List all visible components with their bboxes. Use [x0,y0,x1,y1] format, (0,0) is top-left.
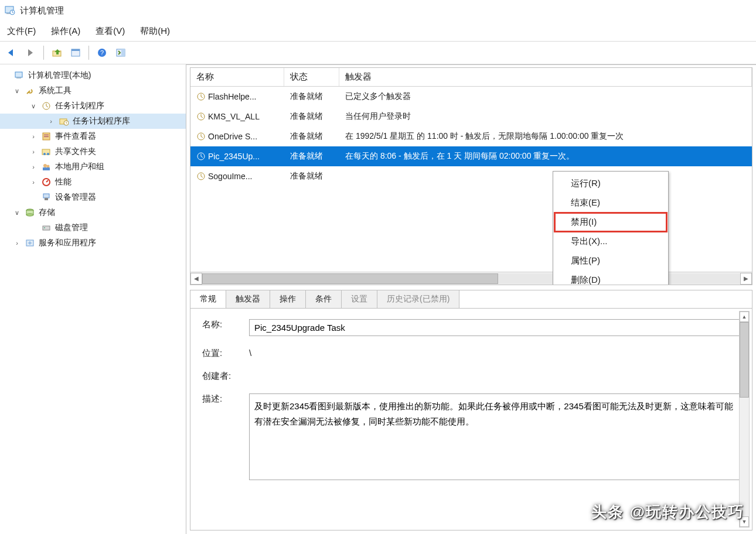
task-name: Pic_2345Up... [208,152,260,161]
tab-settings[interactable]: 设置 [342,290,377,308]
tree-performance[interactable]: › 性能 [0,174,186,190]
menu-action[interactable]: 操作(A) [51,26,80,37]
clock-icon [196,172,206,181]
scroll-right-icon[interactable]: ▶ [740,273,752,285]
tree-event-viewer[interactable]: › 事件查看器 [0,129,186,144]
vertical-scrollbar[interactable]: ▲ ▼ [739,311,750,528]
expand-icon[interactable]: › [29,179,38,186]
services-icon [25,238,35,248]
task-row[interactable]: OneDrive S...准备就绪在 1992/5/1 星期五 的 11:00 … [190,126,752,146]
col-trigger[interactable]: 触发器 [339,68,752,86]
expand-icon[interactable]: › [29,133,38,140]
svg-rect-23 [43,167,50,170]
tab-triggers[interactable]: 触发器 [226,290,270,308]
ctx-export[interactable]: 导出(X)... [554,232,667,251]
tree-shared-folders[interactable]: › 共享文件夹 [0,144,186,159]
expand-icon[interactable]: ∨ [13,209,21,217]
ctx-properties[interactable]: 属性(P) [554,251,667,271]
up-button[interactable] [49,44,65,61]
performance-icon [41,177,52,187]
scrollbar-thumb[interactable] [740,322,749,398]
task-list: 名称 状态 触发器 FlashHelpe...准备就绪已定义多个触发器KMS_V… [190,67,752,285]
computer-icon [14,70,25,81]
textarea-description[interactable] [249,393,740,480]
clock-icon [196,152,206,161]
task-name: SogouIme... [208,172,253,181]
tab-history[interactable]: 历史记录(已禁用) [377,290,459,308]
ctx-run[interactable]: 运行(R) [554,174,667,193]
expand-icon[interactable]: ∨ [13,87,21,95]
tree-services[interactable]: › 服务和应用程序 [0,235,186,251]
task-row[interactable]: Pic_2345Up...准备就绪在每天的 8:06 - 触发后，在 1 天 期… [190,146,752,166]
toolbar-separator [43,46,44,60]
ctx-delete[interactable]: 删除(D) [554,271,667,285]
node-label: 任务计划程序库 [73,116,130,126]
label-creator: 创建者: [202,371,240,382]
menu-file[interactable]: 文件(F) [7,26,36,37]
list-header: 名称 状态 触发器 [190,68,752,87]
task-row[interactable]: KMS_VL_ALL准备就绪当任何用户登录时 [190,107,752,126]
task-trigger [339,174,752,179]
input-name[interactable] [249,319,740,336]
svg-rect-30 [43,226,50,230]
title-bar: 计算机管理 [0,0,756,21]
clock-icon [41,101,52,111]
tools-icon [25,85,35,96]
menu-view[interactable]: 查看(V) [96,26,125,37]
scroll-left-icon[interactable]: ◀ [190,273,202,285]
tree-root[interactable]: 计算机管理(本地) [0,68,186,83]
tree-disk-management[interactable]: 磁盘管理 [0,220,186,235]
toolbar: ? [0,41,756,64]
expand-icon[interactable]: › [47,118,55,125]
tab-general[interactable]: 常规 [190,290,226,308]
tab-actions[interactable]: 操作 [270,290,306,308]
expand-icon[interactable]: › [13,239,21,247]
expand-icon[interactable]: › [29,148,38,155]
context-menu: 运行(R) 结束(E) 禁用(I) 导出(X)... 属性(P) 删除(D) [553,171,669,285]
expand-icon[interactable]: ∨ [29,102,38,110]
svg-rect-5 [71,49,80,51]
tab-conditions[interactable]: 条件 [306,290,342,308]
tree-local-users[interactable]: › 本地用户和组 [0,159,186,174]
node-label: 系统工具 [39,85,71,96]
scroll-up-icon[interactable]: ▲ [740,312,749,322]
node-label: 存储 [39,207,55,218]
svg-rect-16 [44,135,49,135]
tree-device-manager[interactable]: 设备管理器 [0,190,186,205]
ctx-end[interactable]: 结束(E) [554,193,667,213]
node-label: 设备管理器 [55,192,96,203]
clock-icon [196,132,206,141]
scrollbar-thumb[interactable] [202,273,498,284]
help-button[interactable]: ? [94,44,110,61]
task-row[interactable]: FlashHelpe...准备就绪已定义多个触发器 [190,87,752,107]
action-pane-button[interactable] [113,44,129,61]
clock-icon [196,112,206,121]
expand-icon[interactable]: › [29,163,38,170]
forward-button[interactable] [22,44,39,61]
tree-task-scheduler[interactable]: ∨ 任务计划程序 [0,98,186,114]
properties-button[interactable] [67,44,84,61]
menu-help[interactable]: 帮助(H) [140,26,170,37]
task-status: 准备就绪 [284,149,339,164]
menu-bar: 文件(F) 操作(A) 查看(V) 帮助(H) [0,21,756,41]
tree-system-tools[interactable]: ∨ 系统工具 [0,83,186,98]
ctx-disable[interactable]: 禁用(I) [554,213,667,232]
label-description: 描述: [202,393,240,405]
svg-rect-9 [121,49,125,56]
tree-pane[interactable]: 计算机管理(本地) ∨ 系统工具 ∨ 任务计划程序 › 任务计划程序库 › 事件… [0,64,186,534]
value-location: \ [249,348,251,358]
back-button[interactable] [4,44,20,61]
node-label: 事件查看器 [55,131,96,142]
task-trigger: 已定义多个触发器 [339,89,752,104]
node-label: 性能 [55,177,71,187]
tree-task-scheduler-library[interactable]: › 任务计划程序库 [0,114,186,129]
detail-pane: 名称: 位置: \ 创建者: 描述: ▲ ▼ [190,308,752,530]
svg-text:?: ? [100,49,104,56]
users-icon [41,162,52,172]
col-status[interactable]: 状态 [284,68,339,86]
folder-clock-icon [59,116,69,126]
svg-rect-25 [43,194,49,198]
tree-storage[interactable]: ∨ 存储 [0,205,186,220]
svg-rect-17 [44,136,49,137]
col-name[interactable]: 名称 [190,68,284,86]
